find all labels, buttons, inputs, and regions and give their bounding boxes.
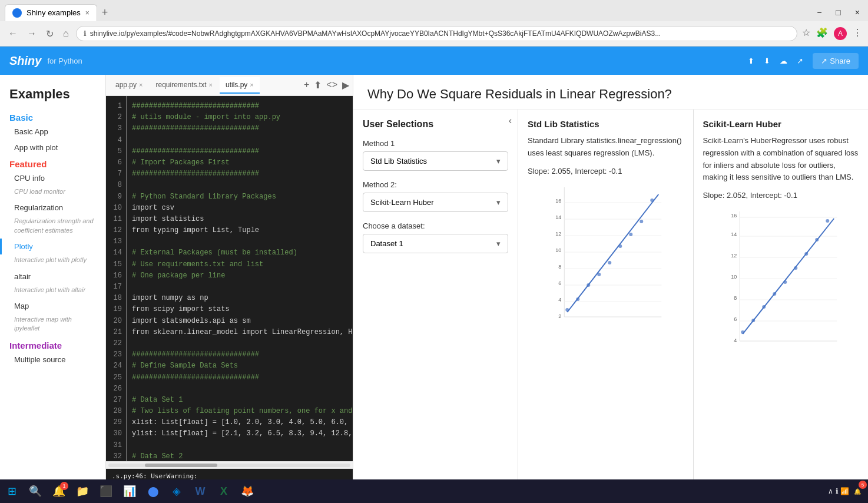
sidebar-item-cpu-info[interactable]: CPU info bbox=[0, 170, 105, 186]
vscode-taskbar-icon[interactable]: ◈ bbox=[166, 481, 187, 502]
panel-section-title: User Selections bbox=[363, 119, 508, 130]
scikit-huber-stat: Slope: 2.052, Intercept: -0.1 bbox=[703, 191, 859, 200]
url-bar[interactable]: ℹ shinylive.io/py/examples/#code=NobwRAd… bbox=[76, 26, 797, 41]
maximize-button[interactable]: □ bbox=[832, 6, 844, 18]
editor-tabs-actions: + ⬆ <> ▶ bbox=[304, 80, 349, 91]
editor-tabs-bar: app.py × requirements.txt × utils.py × +… bbox=[106, 75, 353, 96]
tab-close-app-py[interactable]: × bbox=[139, 81, 143, 88]
svg-text:8: 8 bbox=[734, 295, 737, 301]
results-area: Std Lib Statistics Standard Library stat… bbox=[518, 110, 868, 503]
svg-text:6: 6 bbox=[558, 280, 561, 286]
file-explorer-icon[interactable]: 📁 bbox=[72, 481, 93, 502]
tab-utils-py[interactable]: utils.py × bbox=[220, 77, 260, 94]
word-taskbar-icon[interactable]: W bbox=[190, 481, 211, 502]
svg-point-22 bbox=[608, 261, 611, 264]
sidebar-item-app-with-plot[interactable]: App with plot bbox=[0, 140, 105, 155]
sidebar-sub-cpu: CPU load monitor bbox=[0, 186, 105, 200]
svg-point-23 bbox=[618, 244, 622, 248]
svg-point-51 bbox=[826, 219, 829, 223]
sidebar-section-featured: Featured bbox=[0, 155, 105, 170]
monitor-taskbar-icon[interactable]: 📊 bbox=[119, 481, 140, 502]
sidebar-item-multiple-source[interactable]: Multiple source bbox=[0, 352, 105, 368]
taskbar-right: ∧ ℹ 📶 🔔5 bbox=[828, 487, 868, 495]
svg-point-20 bbox=[587, 283, 590, 287]
sidebar-sub-reg: Regularization strength and coefficient … bbox=[0, 216, 105, 239]
scikit-huber-chart: 4 6 8 10 12 14 16 bbox=[703, 206, 859, 359]
download-icon[interactable]: ⬇ bbox=[764, 57, 770, 65]
svg-point-43 bbox=[741, 330, 744, 334]
code-content[interactable]: ############################### utils mo… bbox=[127, 96, 353, 461]
upload-icon[interactable]: ⬆ bbox=[748, 57, 754, 65]
run-icon[interactable]: ▶ bbox=[342, 80, 349, 91]
close-button[interactable]: × bbox=[852, 6, 863, 18]
content-header: Why Do We Square Residuals in Linear Reg… bbox=[353, 75, 868, 110]
scrollbar-track bbox=[108, 464, 350, 467]
start-menu-icon[interactable]: ⊞ bbox=[1, 481, 22, 502]
scikit-huber-chart-svg: 4 6 8 10 12 14 16 bbox=[703, 206, 859, 359]
chrome-taskbar-icon[interactable]: ⬤ bbox=[143, 481, 164, 502]
search-taskbar-icon[interactable]: 🔍 bbox=[25, 481, 46, 502]
sidebar-sub-altair: Interactive plot with altair bbox=[0, 284, 105, 298]
new-tab-button[interactable]: + bbox=[97, 6, 113, 19]
method1-select[interactable]: Std Lib Statistics ▾ bbox=[363, 151, 508, 171]
scikit-huber-title: Scikit-Learn Huber bbox=[703, 119, 859, 129]
sidebar-item-basic-app[interactable]: Basic App bbox=[0, 124, 105, 140]
bookmark-icon[interactable]: ☆ bbox=[802, 27, 810, 40]
main-layout: Examples Basic Basic App App with plot F… bbox=[0, 75, 868, 503]
svg-point-24 bbox=[629, 233, 632, 236]
svg-text:6: 6 bbox=[734, 316, 737, 322]
url-text: shinylive.io/py/examples/#code=NobwRAdgh… bbox=[90, 29, 790, 38]
firefox-taskbar-icon[interactable]: 🦊 bbox=[237, 481, 258, 502]
sidebar-sub-map: Interactive map with ipyleaflet bbox=[0, 314, 105, 337]
svg-text:14: 14 bbox=[731, 231, 737, 237]
minimize-button[interactable]: − bbox=[813, 6, 825, 18]
terminal-icon[interactable]: ⬛ bbox=[95, 481, 117, 502]
collapse-panel-button[interactable]: ‹ bbox=[509, 115, 512, 126]
tab-bar: Shiny examples × + − □ × bbox=[0, 0, 868, 21]
excel-taskbar-icon[interactable]: X bbox=[213, 481, 234, 502]
svg-text:16: 16 bbox=[731, 213, 737, 219]
sidebar-item-altair[interactable]: altair bbox=[0, 269, 105, 284]
svg-point-45 bbox=[762, 305, 766, 309]
taskbar-notifications-icon[interactable]: 🔔5 bbox=[854, 488, 861, 495]
home-button[interactable]: ⌂ bbox=[61, 26, 71, 41]
back-button[interactable]: ← bbox=[6, 26, 20, 41]
browser-tab[interactable]: Shiny examples × bbox=[5, 4, 97, 21]
svg-text:12: 12 bbox=[731, 253, 737, 259]
upload-file-icon[interactable]: ⬆ bbox=[314, 80, 322, 91]
forward-button[interactable]: → bbox=[25, 26, 39, 41]
std-lib-chart-svg: 2 4 6 8 10 12 14 16 bbox=[528, 181, 684, 335]
std-lib-title: Std Lib Statistics bbox=[528, 119, 684, 129]
cloud-icon[interactable]: ☁ bbox=[780, 57, 787, 65]
share-button[interactable]: ↗ Share bbox=[813, 53, 859, 69]
sidebar-item-regularization[interactable]: Regularization bbox=[0, 200, 105, 216]
tab-close-utils-py[interactable]: × bbox=[250, 81, 253, 88]
result-col-scikit-huber: Scikit-Learn Huber Scikit-Learn's HuberR… bbox=[694, 110, 869, 503]
svg-point-46 bbox=[773, 292, 776, 296]
dataset-field-group: Choose a dataset: Dataset 1 ▾ bbox=[363, 221, 508, 253]
notifications-taskbar-icon[interactable]: 🔔 1 bbox=[48, 481, 69, 502]
dataset-select[interactable]: Dataset 1 ▾ bbox=[363, 234, 508, 253]
sidebar-item-plotly[interactable]: Plotly bbox=[0, 239, 105, 254]
svg-text:10: 10 bbox=[731, 274, 737, 280]
dataset-arrow-icon: ▾ bbox=[496, 239, 501, 248]
reload-button[interactable]: ↻ bbox=[44, 26, 56, 42]
sidebar-item-map[interactable]: Map bbox=[0, 298, 105, 314]
tab-close-btn[interactable]: × bbox=[85, 9, 90, 17]
svg-text:16: 16 bbox=[555, 198, 561, 204]
profile-icon[interactable]: A bbox=[834, 27, 847, 40]
tab-close-requirements[interactable]: × bbox=[209, 81, 213, 88]
svg-point-26 bbox=[650, 198, 654, 202]
horizontal-scrollbar[interactable] bbox=[106, 461, 353, 468]
tab-requirements-txt[interactable]: requirements.txt × bbox=[150, 77, 218, 94]
svg-text:12: 12 bbox=[555, 231, 561, 237]
toggle-code-icon[interactable]: <> bbox=[326, 80, 337, 91]
svg-point-18 bbox=[565, 308, 569, 312]
add-file-icon[interactable]: + bbox=[304, 80, 309, 91]
tab-app-py[interactable]: app.py × bbox=[110, 77, 148, 94]
menu-icon[interactable]: ⋮ bbox=[853, 27, 862, 40]
extensions-icon[interactable]: 🧩 bbox=[816, 27, 828, 40]
external-link-icon[interactable]: ↗ bbox=[797, 57, 803, 65]
svg-point-50 bbox=[815, 238, 819, 241]
method2-select[interactable]: Scikit-Learn Huber ▾ bbox=[363, 193, 508, 212]
